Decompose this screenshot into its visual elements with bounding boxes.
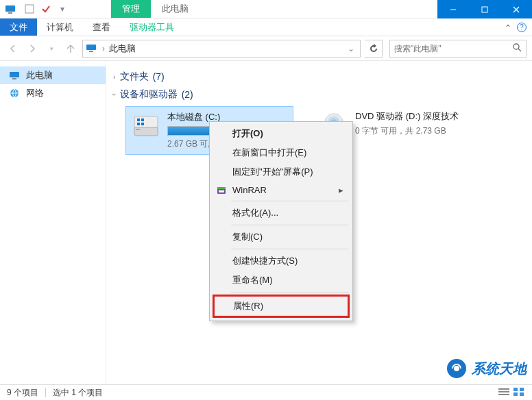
watermark-icon xyxy=(446,358,468,379)
group-label: 文件夹 xyxy=(120,71,149,83)
svg-rect-7 xyxy=(86,45,96,50)
svg-rect-4 xyxy=(482,7,487,12)
ctx-rename[interactable]: 重命名(M) xyxy=(212,271,350,290)
ribbon-file-tab[interactable]: 文件 xyxy=(0,18,37,36)
up-button[interactable] xyxy=(63,41,78,56)
ctx-separator xyxy=(231,225,349,225)
svg-rect-11 xyxy=(10,72,19,77)
svg-rect-0 xyxy=(5,5,15,12)
sidebar-item-label: 网络 xyxy=(26,87,44,99)
group-devices[interactable]: › 设备和驱动器 (2) xyxy=(113,88,525,101)
svg-rect-33 xyxy=(513,388,518,391)
chevron-right-icon: › xyxy=(113,73,116,81)
svg-rect-31 xyxy=(498,391,509,392)
monitor-icon xyxy=(8,69,21,82)
title-this-pc: 此电脑 xyxy=(151,0,200,18)
help-icon[interactable]: ? xyxy=(517,23,527,32)
breadcrumb-item[interactable]: 此电脑 xyxy=(109,42,136,55)
close-button[interactable] xyxy=(500,0,532,18)
sidebar-item-network[interactable]: 网络 xyxy=(0,84,106,102)
svg-rect-15 xyxy=(136,129,140,130)
ctx-create-shortcut[interactable]: 创建快捷方式(S) xyxy=(212,251,350,271)
monitor-icon xyxy=(86,42,98,55)
search-box[interactable] xyxy=(389,40,527,58)
refresh-button[interactable] xyxy=(365,40,383,58)
ribbon-tab-view[interactable]: 查看 xyxy=(83,18,120,36)
watermark: 系统天地 xyxy=(446,358,527,379)
group-label: 设备和驱动器 xyxy=(120,88,178,101)
ribbon-expand-icon[interactable]: ⌄ xyxy=(505,23,511,32)
minimize-button[interactable] xyxy=(437,0,469,18)
svg-rect-35 xyxy=(513,392,518,396)
title-bar: ▾ 管理 此电脑 xyxy=(0,0,532,18)
svg-rect-34 xyxy=(520,388,524,391)
ctx-winrar[interactable]: WinRAR ▸ xyxy=(212,182,350,199)
svg-rect-17 xyxy=(137,118,140,121)
svg-rect-19 xyxy=(137,123,140,125)
svg-rect-36 xyxy=(520,392,524,396)
ctx-separator xyxy=(231,201,349,201)
svg-rect-20 xyxy=(141,123,144,125)
recent-locations-dropdown[interactable]: ▾ xyxy=(44,41,59,56)
status-item-count: 9 个项目 xyxy=(7,387,38,399)
svg-rect-18 xyxy=(141,118,144,121)
svg-point-29 xyxy=(454,366,459,371)
qat-item[interactable] xyxy=(38,1,53,16)
ctx-pin-start[interactable]: 固定到"开始"屏幕(P) xyxy=(212,162,350,182)
search-input[interactable] xyxy=(394,44,512,53)
ribbon-tab-computer[interactable]: 计算机 xyxy=(37,18,83,36)
context-menu: 打开(O) 在新窗口中打开(E) 固定到"开始"屏幕(P) WinRAR ▸ 格… xyxy=(209,121,353,321)
forward-button[interactable] xyxy=(25,41,40,56)
view-tiles-icon[interactable] xyxy=(513,387,525,399)
contextual-tab-manage[interactable]: 管理 xyxy=(111,0,151,18)
group-folders[interactable]: › 文件夹 (7) xyxy=(113,71,525,83)
svg-rect-2 xyxy=(25,5,34,13)
breadcrumb-sep: › xyxy=(102,44,105,53)
status-separator xyxy=(45,388,46,397)
sidebar-item-label: 此电脑 xyxy=(26,69,53,82)
svg-rect-26 xyxy=(217,187,226,189)
app-icon xyxy=(4,3,16,15)
ctx-separator xyxy=(231,249,349,249)
svg-point-9 xyxy=(513,44,519,49)
navigation-bar: ▾ › 此电脑 ⌄ xyxy=(0,36,532,61)
drive-subtitle: 0 字节 可用，共 2.73 GB xyxy=(355,125,476,137)
svg-line-10 xyxy=(518,49,521,51)
chevron-down-icon: › xyxy=(110,93,119,96)
network-icon xyxy=(8,87,21,99)
ctx-highlighted: 属性(R) xyxy=(213,295,350,318)
svg-rect-12 xyxy=(12,78,16,79)
back-button[interactable] xyxy=(5,41,21,56)
submenu-arrow-icon: ▸ xyxy=(339,185,343,195)
maximize-button[interactable] xyxy=(469,0,500,18)
view-details-icon[interactable] xyxy=(498,387,510,399)
status-selected-count: 选中 1 个项目 xyxy=(53,387,103,399)
group-count: (7) xyxy=(153,71,165,82)
watermark-text: 系统天地 xyxy=(472,360,527,378)
group-count: (2) xyxy=(182,89,193,100)
address-dropdown[interactable]: ⌄ xyxy=(345,44,357,53)
winrar-icon xyxy=(216,185,227,196)
svg-rect-30 xyxy=(498,388,509,390)
ctx-open-new-window[interactable]: 在新窗口中打开(E) xyxy=(212,143,350,162)
ctx-copy[interactable]: 复制(C) xyxy=(212,227,350,247)
qat-item[interactable] xyxy=(22,1,37,16)
sidebar-item-this-pc[interactable]: 此电脑 xyxy=(0,66,106,84)
ribbon-tab-drive-tools[interactable]: 驱动器工具 xyxy=(120,18,184,36)
svg-rect-8 xyxy=(89,51,93,52)
svg-rect-27 xyxy=(219,190,224,192)
search-icon[interactable] xyxy=(512,42,522,54)
ribbon-bar: 文件 计算机 查看 驱动器工具 ⌄ ? xyxy=(0,18,532,36)
navigation-pane: 此电脑 网络 xyxy=(0,61,106,384)
ctx-open[interactable]: 打开(O) xyxy=(212,124,350,143)
ctx-format[interactable]: 格式化(A)... xyxy=(212,203,350,223)
svg-rect-14 xyxy=(134,127,158,136)
qat-dropdown[interactable]: ▾ xyxy=(55,1,70,16)
svg-rect-1 xyxy=(8,12,12,14)
svg-rect-16 xyxy=(134,116,158,127)
svg-rect-32 xyxy=(498,394,509,395)
status-bar: 9 个项目 选中 1 个项目 xyxy=(0,384,532,400)
ctx-properties[interactable]: 属性(R) xyxy=(215,297,348,316)
address-bar[interactable]: › 此电脑 ⌄ xyxy=(82,40,361,58)
drive-name: DVD 驱动器 (D:) 深度技术 xyxy=(355,110,476,123)
